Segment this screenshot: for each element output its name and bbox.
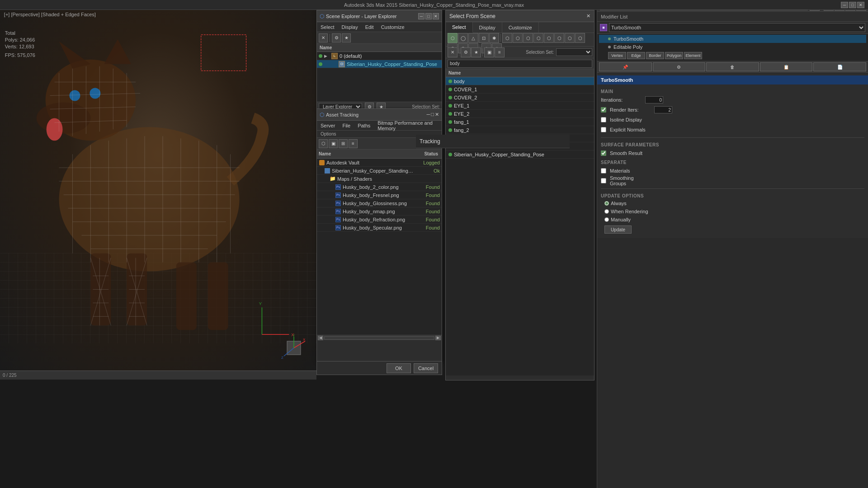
- maximize-button[interactable]: □: [849, 2, 856, 8]
- at-menu-server[interactable]: Server: [319, 123, 337, 128]
- stack-delete-btn[interactable]: 🗑: [706, 62, 759, 71]
- se-tool-2[interactable]: ⚙: [332, 33, 341, 42]
- scene-explorer-restore[interactable]: □: [425, 13, 432, 19]
- sfs-tool-star[interactable]: ★: [471, 47, 481, 57]
- turbsmooth-update-button[interactable]: Update: [604, 225, 632, 234]
- sfs-tool-select[interactable]: ⬡: [448, 33, 458, 43]
- mod-stack-editable-poly[interactable]: Editable Poly: [599, 43, 866, 51]
- sfs-tab-select[interactable]: Select: [446, 22, 473, 33]
- sfs-tool-3[interactable]: △: [468, 33, 478, 43]
- at-scrollbar[interactable]: ◀ ▶: [317, 335, 442, 340]
- sfs-tool-11[interactable]: ⬡: [554, 33, 564, 43]
- minimize-button[interactable]: ─: [841, 2, 848, 8]
- sfs-search-input[interactable]: [448, 60, 592, 68]
- at-close[interactable]: ✕: [435, 112, 439, 117]
- at-menu-file[interactable]: File: [340, 123, 352, 128]
- sfs-tool-10[interactable]: ⬡: [544, 33, 554, 43]
- sfs-tool-9[interactable]: ⬡: [533, 33, 543, 43]
- stack-pin-btn[interactable]: 📌: [599, 62, 652, 71]
- sfs-row-fang1[interactable]: fang_1: [446, 118, 594, 126]
- sfs-tool-settings[interactable]: ⚙: [461, 47, 471, 57]
- se-tool-3[interactable]: ★: [342, 33, 351, 42]
- turbsmooth-whenrendering-radio[interactable]: [604, 209, 609, 214]
- sfs-row-fang2[interactable]: fang_2: [446, 126, 594, 134]
- at-row-6[interactable]: Ps Husky_body_nmap.png Found: [317, 207, 442, 216]
- at-row-2[interactable]: 📁 Maps / Shaders: [317, 175, 442, 183]
- se-tool-1[interactable]: ✕: [319, 33, 328, 42]
- sub-obj-element[interactable]: Element: [684, 52, 702, 59]
- stack-copy-btn[interactable]: 📋: [760, 62, 813, 71]
- se-menu-select[interactable]: Select: [319, 24, 336, 30]
- turbsmooth-iterations-input[interactable]: [645, 96, 663, 103]
- sfs-row-eye2[interactable]: EYE_2: [446, 110, 594, 118]
- sfs-tool-8[interactable]: ⬡: [523, 33, 533, 43]
- turbsmooth-explicit-checkbox[interactable]: [601, 127, 606, 132]
- sfs-row-husky-obj[interactable]: Siberian_Husky_Copper_Standing_Pose: [446, 150, 594, 159]
- modifier-list-dropdown[interactable]: TurboSmooth: [609, 23, 865, 32]
- sfs-tool-list[interactable]: ≡: [495, 47, 505, 57]
- turbsmooth-manually-radio[interactable]: [604, 217, 609, 222]
- sfs-tool-5[interactable]: ✱: [489, 33, 499, 43]
- at-ok-button[interactable]: OK: [387, 363, 411, 373]
- se-row-husky[interactable]: ▶ O Siberian_Husky_Copper_Standing_Pose: [317, 60, 442, 68]
- turbsmooth-smooth-checkbox[interactable]: [601, 150, 606, 156]
- stack-paste-btn[interactable]: 📄: [813, 62, 866, 71]
- sub-obj-edge[interactable]: Edge: [627, 52, 645, 59]
- at-tool-2[interactable]: ▣: [329, 139, 338, 148]
- at-menu-bitmap[interactable]: Bitmap Performance and Memory: [376, 120, 440, 131]
- se-row-default[interactable]: ▶ L 0 (default): [317, 52, 442, 60]
- at-tool-3[interactable]: ⊞: [339, 139, 348, 148]
- scene-explorer-close[interactable]: ✕: [433, 13, 439, 19]
- sfs-row-cover2[interactable]: COVER_2: [446, 94, 594, 102]
- sfs-tool-close-2[interactable]: ✕: [448, 47, 458, 57]
- at-menu-paths[interactable]: Paths: [356, 123, 372, 128]
- se-content[interactable]: ▶ L 0 (default) ▶ O Siberian_Husky_Coppe…: [317, 52, 442, 102]
- sfs-row-cover1[interactable]: COVER_1: [446, 85, 594, 94]
- sfs-row-body[interactable]: body: [446, 77, 594, 85]
- sub-obj-border[interactable]: Border: [646, 52, 664, 59]
- scene-explorer-minimize[interactable]: ─: [418, 13, 425, 19]
- se-menu-display[interactable]: Display: [340, 24, 360, 30]
- mod-stack-turbsmooth[interactable]: TurboSmooth: [599, 35, 866, 43]
- sfs-tool-13[interactable]: ⬡: [575, 33, 585, 43]
- sfs-tool-6[interactable]: ⬡: [502, 33, 512, 43]
- turbsmooth-always-radio[interactable]: [604, 201, 609, 206]
- at-scroll-right[interactable]: ▶: [435, 336, 441, 340]
- at-tool-4[interactable]: ≡: [349, 139, 358, 148]
- turbsmooth-isoline-checkbox[interactable]: [601, 117, 606, 122]
- at-cancel-button[interactable]: Cancel: [414, 363, 438, 373]
- sfs-tab-customize[interactable]: Customize: [502, 22, 539, 33]
- sfs-tool-4[interactable]: ⊡: [479, 33, 489, 43]
- stack-config-btn[interactable]: ⚙: [653, 62, 706, 71]
- at-row-1[interactable]: Siberian_Husky_Copper_Standing_Pose_max_…: [317, 167, 442, 175]
- at-row-4[interactable]: Ps Husky_body_Fresnel.png Found: [317, 191, 442, 199]
- turbsmooth-render-input[interactable]: [654, 106, 672, 113]
- at-scrollbar-track[interactable]: [324, 336, 434, 340]
- viewport[interactable]: [+] [Perspective] [Shaded + Edged Faces]…: [0, 10, 316, 371]
- turbsmooth-smoothgroups-checkbox[interactable]: [601, 178, 606, 183]
- sfs-tool-12[interactable]: ⬡: [565, 33, 575, 43]
- sfs-tool-filter[interactable]: ▣: [484, 47, 494, 57]
- at-row-5[interactable]: Ps Husky_body_Glossiness.png Found: [317, 199, 442, 207]
- sfs-row-eye1[interactable]: EYE_1: [446, 102, 594, 110]
- sfs-tool-2[interactable]: ◯: [458, 33, 468, 43]
- se-expand-btn[interactable]: ▶: [324, 54, 330, 58]
- sfs-close[interactable]: ✕: [586, 13, 590, 19]
- sfs-object-list[interactable]: body COVER_1 COVER_2 EYE_1 EYE_2 fang_1 …: [446, 77, 594, 375]
- turbsmooth-materials-checkbox[interactable]: [601, 168, 606, 174]
- sfs-tool-7[interactable]: ⬡: [513, 33, 523, 43]
- at-tool-1[interactable]: ⬡: [319, 139, 328, 148]
- sfs-tab-display[interactable]: Display: [473, 22, 502, 33]
- sfs-selection-set-dropdown[interactable]: [556, 48, 592, 56]
- at-minimize[interactable]: ─: [427, 112, 430, 117]
- se-menu-customize[interactable]: Customize: [379, 24, 406, 30]
- sub-obj-polygon[interactable]: Polygon: [665, 52, 683, 59]
- at-restore[interactable]: □: [431, 112, 434, 117]
- at-content[interactable]: Autodesk Vault Logged Siberian_Husky_Cop…: [317, 159, 442, 335]
- at-row-8[interactable]: Ps Husky_body_Specular.png Found: [317, 224, 442, 232]
- se-menu-edit[interactable]: Edit: [363, 24, 376, 30]
- at-row-7[interactable]: Ps Husky_body_Refraction.png Found: [317, 216, 442, 224]
- at-row-3[interactable]: Ps Husky_body_2_color.png Found: [317, 183, 442, 191]
- at-row-0[interactable]: Autodesk Vault Logged: [317, 159, 442, 167]
- sub-obj-vertex[interactable]: Vertex: [608, 52, 626, 59]
